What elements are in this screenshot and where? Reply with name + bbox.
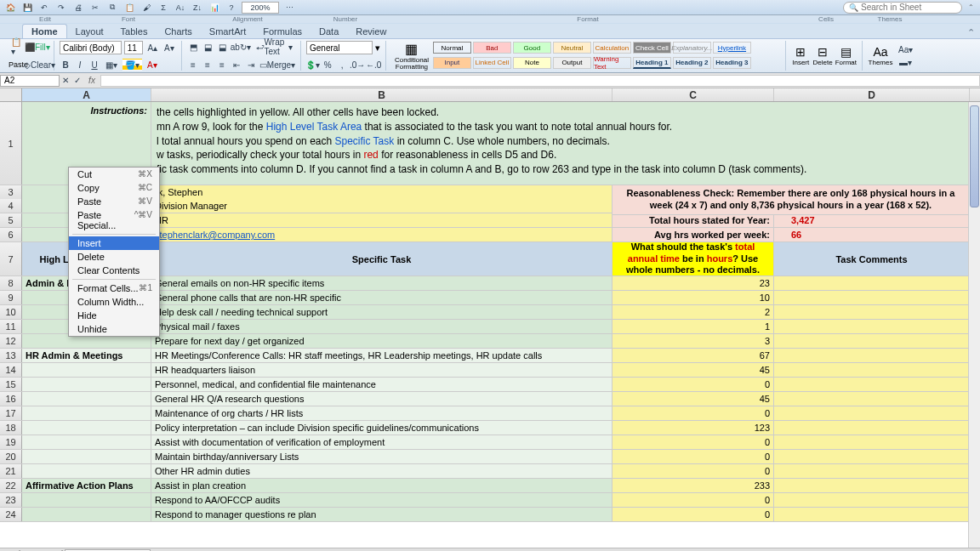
name-box[interactable]: A2 xyxy=(0,75,60,87)
align-right-icon[interactable]: ≡ xyxy=(216,59,228,71)
format-painter-icon[interactable]: 🖌 xyxy=(140,2,153,14)
cell-B4[interactable]: Division Manager xyxy=(151,199,612,213)
cell-B12[interactable]: Prepare for next day / get organized xyxy=(151,334,612,348)
fill-button[interactable]: ⬛ Fill▾ xyxy=(26,41,48,53)
cell-D6[interactable]: 66 xyxy=(774,228,970,241)
tab-smartart[interactable]: SmartArt xyxy=(201,25,254,38)
row-header-19[interactable]: 19 xyxy=(0,435,22,449)
cell-D10[interactable] xyxy=(774,305,970,319)
font-color-button[interactable]: A▾ xyxy=(145,59,160,71)
cell-C15[interactable]: 0 xyxy=(612,378,774,391)
row-header-7[interactable]: 7 xyxy=(0,242,22,276)
formula-input[interactable] xyxy=(100,75,980,87)
select-all-corner[interactable] xyxy=(0,88,22,101)
currency-icon[interactable]: 💲▾ xyxy=(306,59,319,71)
style-neutral[interactable]: Neutral xyxy=(553,42,591,54)
style-heading1[interactable]: Heading 1 xyxy=(633,57,671,69)
cell-A15[interactable] xyxy=(22,378,151,391)
indent-right-icon[interactable]: ⇥ xyxy=(245,59,257,71)
row-header-6[interactable]: 6 xyxy=(0,228,22,241)
orientation-icon[interactable]: ab↻▾ xyxy=(231,41,251,53)
cancel-formula-icon[interactable]: ✕ xyxy=(60,75,71,87)
row-header-10[interactable]: 10 xyxy=(0,305,22,319)
context-menu-unhide[interactable]: Unhide xyxy=(69,322,159,336)
cut-icon[interactable]: ✂ xyxy=(88,2,102,14)
cell-C24[interactable]: 0 xyxy=(612,508,774,521)
context-menu-copy[interactable]: Copy⌘C xyxy=(69,181,159,195)
cell-B13[interactable]: HR Meetings/Conference Calls: HR staff m… xyxy=(151,349,612,362)
row-header-18[interactable]: 18 xyxy=(0,421,22,435)
style-normal[interactable]: Normal xyxy=(433,42,471,54)
cell-B7[interactable]: Specific Task xyxy=(151,242,612,276)
cell-D9[interactable] xyxy=(774,291,970,304)
style-hyperlink[interactable]: Hyperlink xyxy=(713,42,751,54)
format-cells-icon[interactable]: ▤ xyxy=(835,45,857,59)
sheet-search[interactable]: 🔍 xyxy=(843,2,962,14)
cell-D23[interactable] xyxy=(774,493,970,507)
row-header-24[interactable]: 24 xyxy=(0,508,22,521)
context-menu-cut[interactable]: Cut⌘X xyxy=(69,168,159,181)
save-icon[interactable]: 💾 xyxy=(20,2,34,14)
cell-B18[interactable]: Policy interpretation – can include Divi… xyxy=(151,421,612,435)
conditional-formatting-icon[interactable]: ▦ xyxy=(391,41,432,57)
wrap-text-button[interactable]: ⮐ Wrap Text▾ xyxy=(254,41,295,53)
style-explanatory[interactable]: Explanatory... xyxy=(673,42,711,54)
fill-color-button[interactable]: 🪣▾ xyxy=(122,59,142,71)
cell-C17[interactable]: 0 xyxy=(612,406,774,420)
style-output[interactable]: Output xyxy=(553,57,591,69)
cell-B9[interactable]: General phone calls that are non-HR spec… xyxy=(151,291,612,304)
cell-C23[interactable]: 0 xyxy=(612,493,774,507)
number-format-select[interactable]: General xyxy=(306,41,373,54)
font-name-select[interactable]: Calibri (Body) xyxy=(60,41,122,54)
cell-A24[interactable] xyxy=(22,508,151,521)
cell-B15[interactable]: Personnel, medical, and confidential fil… xyxy=(151,378,612,391)
copy-icon[interactable]: ⧉ xyxy=(105,2,119,14)
undo-icon[interactable]: ↶ xyxy=(37,2,51,14)
ribbon-toggle-icon[interactable]: ⌃ xyxy=(967,27,980,38)
cell-C14[interactable]: 45 xyxy=(612,363,774,377)
cell-C6[interactable]: Avg hrs worked per week: xyxy=(612,228,774,241)
sort-desc-icon[interactable]: Z↓ xyxy=(191,2,204,14)
style-note[interactable]: Note xyxy=(513,57,551,69)
paste-button[interactable]: 📋▾ xyxy=(9,41,24,53)
cell-A17[interactable] xyxy=(22,406,151,420)
cell-B10[interactable]: Help desk call / needing technical suppo… xyxy=(151,305,612,319)
search-input[interactable] xyxy=(861,3,946,12)
col-header-B[interactable]: B xyxy=(151,88,612,101)
tab-formulas[interactable]: Formulas xyxy=(254,25,311,38)
worksheet[interactable]: A B C D 1 Instructions: the cells highli… xyxy=(0,88,980,548)
tab-review[interactable]: Review xyxy=(347,25,395,38)
cell-B19[interactable]: Assist with documentation of verificatio… xyxy=(151,435,612,449)
cell-D22[interactable] xyxy=(774,479,970,492)
cell-B23[interactable]: Respond to AA/OFCCP audits xyxy=(151,493,612,507)
insert-cells-icon[interactable]: ⊞ xyxy=(791,45,811,59)
cell-D12[interactable] xyxy=(774,334,970,348)
cell-B14[interactable]: HR headquarters liaison xyxy=(151,363,612,377)
row-header-5[interactable]: 5 xyxy=(0,213,22,227)
cell-B16[interactable]: General HR Q/A research questions xyxy=(151,392,612,406)
cell-D24[interactable] xyxy=(774,508,970,521)
cell-B24[interactable]: Respond to manager questions re plan xyxy=(151,508,612,521)
shrink-font-icon[interactable]: A▾ xyxy=(162,42,176,54)
context-menu-clear-contents[interactable]: Clear Contents xyxy=(69,264,159,277)
cell-B17[interactable]: Maintenance of org charts / HR lists xyxy=(151,406,612,420)
cell-C10[interactable]: 2 xyxy=(612,305,774,319)
style-warning[interactable]: Warning Text xyxy=(593,57,631,69)
cell-B20[interactable]: Maintain birthday/anniversary Lists xyxy=(151,450,612,463)
tab-data[interactable]: Data xyxy=(311,25,347,38)
context-menu-insert[interactable]: Insert xyxy=(69,236,159,250)
cell-A22[interactable]: Affirmative Action Plans xyxy=(22,479,151,492)
tab-layout[interactable]: Layout xyxy=(67,25,112,38)
row-header-17[interactable]: 17 xyxy=(0,406,22,420)
cell-B3[interactable]: rk, Stephen xyxy=(151,185,612,199)
row-header-14[interactable]: 14 xyxy=(0,363,22,377)
cell-B1-merged[interactable]: the cells highlighted in yellow. All oth… xyxy=(151,102,970,185)
align-bottom-icon[interactable]: ⬓ xyxy=(216,41,228,53)
paste-icon[interactable]: 📋 xyxy=(122,2,136,14)
cell-A13[interactable]: HR Admin & Meetings xyxy=(22,349,151,362)
help-icon[interactable]: ? xyxy=(225,2,238,14)
style-bad[interactable]: Bad xyxy=(473,42,511,54)
cell-CD34-merged[interactable]: Reasonableness Check: Remember there are… xyxy=(612,185,970,215)
bold-button[interactable]: B xyxy=(60,59,71,71)
cell-A19[interactable] xyxy=(22,435,151,449)
